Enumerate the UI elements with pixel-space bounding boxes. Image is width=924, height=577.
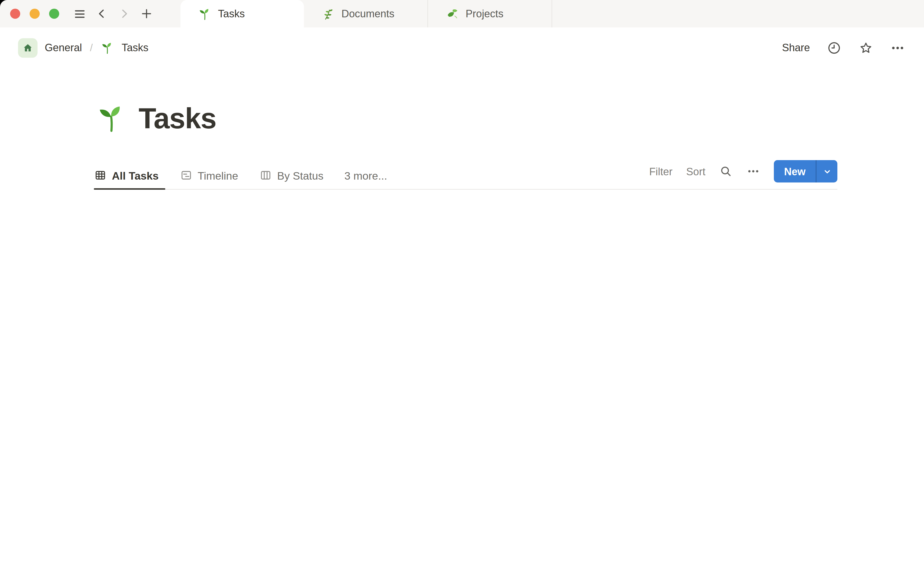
filter-button[interactable]: Filter [649,166,672,177]
window-nav-zone [0,0,181,27]
view-tabs: All Tasks Timeline By Status 3 more... [94,163,395,189]
window-tab-tasks[interactable]: Tasks [181,0,304,27]
clock-icon[interactable] [827,40,842,55]
view-tab-label: By Status [277,169,324,182]
more-options-icon[interactable] [890,40,905,55]
view-tab-label: All Tasks [112,169,158,182]
view-tab-timeline[interactable]: Timeline [171,163,246,189]
search-icon[interactable] [719,164,733,178]
view-tab-label: 3 more... [344,169,387,182]
breadcrumb-current[interactable]: Tasks [121,42,148,53]
window-tab-projects[interactable]: Projects [428,0,552,27]
window-tabs: Tasks Documents Projects [181,0,552,27]
tab-label: Tasks [218,8,245,19]
more-options-icon[interactable] [747,164,760,178]
minimize-window-button[interactable] [30,9,40,19]
view-tab-label: Timeline [197,169,238,182]
topbar-actions: Share [782,40,905,55]
sidebar-toggle-button[interactable] [71,5,88,23]
new-tab-button[interactable] [138,5,155,23]
page-title: Tasks [95,101,837,135]
new-button: New [774,160,837,182]
plus-icon [140,7,153,20]
close-window-button[interactable] [10,9,20,19]
traffic-lights [10,9,59,19]
new-button-dropdown[interactable] [816,160,837,182]
page-title-text[interactable]: Tasks [139,101,216,135]
breadcrumb: General / Tasks [18,38,149,58]
view-tab-by-status[interactable]: By Status [251,163,331,189]
star-icon[interactable] [858,40,874,55]
seedling-icon [95,102,127,134]
seedling-icon [100,41,114,55]
home-badge[interactable] [18,38,37,58]
zoom-window-button[interactable] [49,9,59,19]
view-tab-all-tasks[interactable]: All Tasks [94,163,166,189]
leaves-icon [446,7,459,21]
window-tab-documents[interactable]: Documents [304,0,428,27]
board-view-icon [259,169,272,182]
chevron-left-icon [95,7,108,20]
tab-strip-filler [552,0,924,27]
hamburger-icon [73,7,86,21]
new-button-label[interactable]: New [774,160,816,182]
page-content: Tasks All Tasks Timeline By Status 3 mor… [0,101,837,192]
window-tab-strip: Tasks Documents Projects [0,0,924,27]
view-bar: All Tasks Timeline By Status 3 more... F… [94,160,837,190]
home-icon [22,42,34,54]
breadcrumb-separator: / [90,42,93,53]
share-button[interactable]: Share [782,42,810,53]
timeline-view-icon [179,169,192,182]
tab-label: Projects [465,8,503,19]
back-button[interactable] [93,5,110,23]
table-view-icon [94,169,107,182]
forward-button[interactable] [115,5,133,23]
notion-window: Tasks Documents Projects General / Tasks… [0,0,924,192]
breadcrumb-root[interactable]: General [45,42,82,53]
topbar: General / Tasks Share [0,27,924,68]
herb-icon [321,7,335,21]
chevron-right-icon [118,7,131,20]
view-tab-3-more[interactable]: 3 more... [336,163,395,189]
sort-button[interactable]: Sort [686,166,706,177]
view-controls: Filter Sort New [649,160,837,189]
seedling-icon [198,7,212,21]
chevron-down-icon [822,166,832,176]
tab-label: Documents [341,8,394,19]
